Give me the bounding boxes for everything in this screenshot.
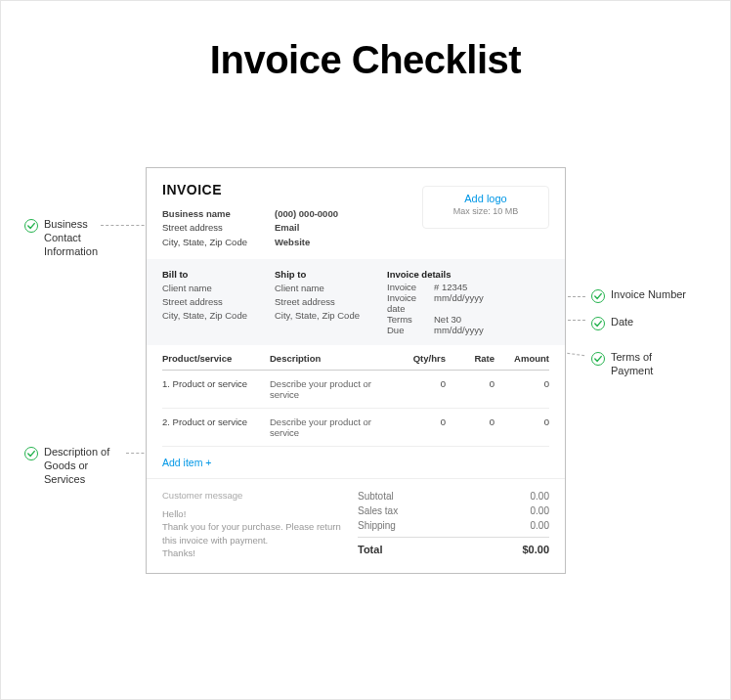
subtotal-value: 0.00 (531, 491, 549, 502)
billto-city: City, State, Zip Code (162, 309, 275, 323)
check-icon (24, 219, 38, 233)
terms-label: Terms (387, 314, 434, 325)
shipto-header: Ship to (275, 269, 387, 280)
business-website: Website (275, 236, 382, 249)
due-value: mm/dd/yyyy (434, 325, 484, 335)
row-rate: 0 (446, 416, 494, 438)
msg-title: Customer message (162, 489, 358, 502)
table-row: 1. Product or service Describe your prod… (162, 371, 549, 409)
check-icon (591, 317, 605, 330)
table-row: 2. Product or service Describe your prod… (162, 409, 549, 447)
row-desc: Describe your product or service (270, 378, 397, 400)
business-phone: (000) 000-0000 (275, 207, 382, 221)
business-name: Business name (162, 207, 275, 221)
row-rate: 0 (446, 378, 494, 400)
business-email: Email (275, 221, 382, 235)
annot-date-label: Date (611, 316, 633, 329)
line-items-header: Product/service Description Qty/hrs Rate… (162, 345, 549, 371)
invoice-label: Invoice (387, 282, 434, 292)
shipto-street: Street address (275, 295, 387, 309)
col-qty: Qty/hrs (397, 353, 446, 364)
tax-value: 0.00 (531, 505, 549, 516)
invdate-label: Invoice date (387, 292, 434, 314)
annot-invoice-number: Invoice Number (591, 288, 686, 303)
row-amount: 0 (494, 416, 549, 438)
invoice-value: # 12345 (434, 282, 467, 292)
row-desc: Describe your product or service (270, 416, 397, 438)
row-qty: 0 (397, 416, 446, 438)
add-item-link[interactable]: Add item + (147, 447, 565, 479)
business-city: City, State, Zip Code (162, 236, 275, 249)
row-qty: 0 (397, 378, 446, 400)
shipping-label: Shipping (358, 520, 396, 531)
invoice-card: INVOICE Business name Street address Cit… (146, 167, 566, 574)
annot-invoice-number-label: Invoice Number (611, 288, 686, 302)
totals: Subtotal0.00 Sales tax0.00 Shipping0.00 … (358, 489, 549, 559)
total-value: $0.00 (522, 544, 549, 555)
col-amount: Amount (494, 353, 549, 364)
annot-date: Date (591, 316, 633, 330)
row-product: Product or service (173, 416, 248, 427)
annot-description-label: Description of Goods or Services (44, 446, 109, 486)
check-icon (591, 352, 605, 366)
total-label: Total (358, 544, 382, 555)
line-items: Product/service Description Qty/hrs Rate… (147, 345, 565, 447)
page-title: Invoice Checklist (1, 38, 730, 82)
row-product: Product or service (173, 378, 248, 389)
customer-message: Customer message Hello! Thank you for yo… (162, 489, 358, 559)
due-label: Due (387, 325, 434, 335)
shipto-city: City, State, Zip Code (275, 309, 387, 323)
annot-terms: Terms of Payment (591, 351, 653, 378)
col-description: Description (270, 353, 397, 364)
row-num: 1. (162, 378, 170, 389)
invdate-value: mm/dd/yyyy (434, 292, 484, 314)
logo-box[interactable]: Add logo Max size: 10 MB (422, 186, 549, 229)
details-header: Invoice details (387, 269, 549, 280)
col-product: Product/service (162, 353, 270, 364)
check-icon (24, 447, 38, 460)
msg-body: Hello! Thank you for your purchase. Plea… (162, 507, 358, 559)
shipto-client: Client name (275, 282, 387, 295)
row-num: 2. (162, 416, 170, 427)
annot-terms-label: Terms of Payment (611, 351, 653, 378)
billto-header: Bill to (162, 269, 275, 280)
billto-client: Client name (162, 282, 275, 295)
tax-label: Sales tax (358, 505, 398, 516)
annot-description: Description of Goods or Services (24, 446, 132, 486)
add-logo-link[interactable]: Add logo (423, 193, 548, 204)
totals-area: Customer message Hello! Thank you for yo… (147, 479, 565, 573)
row-amount: 0 (494, 378, 549, 400)
col-rate: Rate (446, 353, 494, 364)
max-size-label: Max size: 10 MB (423, 206, 548, 216)
business-street: Street address (162, 221, 275, 235)
annot-business-label: Business Contact Information (44, 218, 98, 258)
shipping-value: 0.00 (531, 520, 549, 531)
billto-street: Street address (162, 295, 275, 309)
details-band: Bill to Client name Street address City,… (147, 259, 565, 345)
subtotal-label: Subtotal (358, 491, 394, 502)
terms-value: Net 30 (434, 314, 461, 325)
check-icon (591, 289, 605, 303)
invoice-header: INVOICE Business name Street address Cit… (147, 168, 565, 259)
